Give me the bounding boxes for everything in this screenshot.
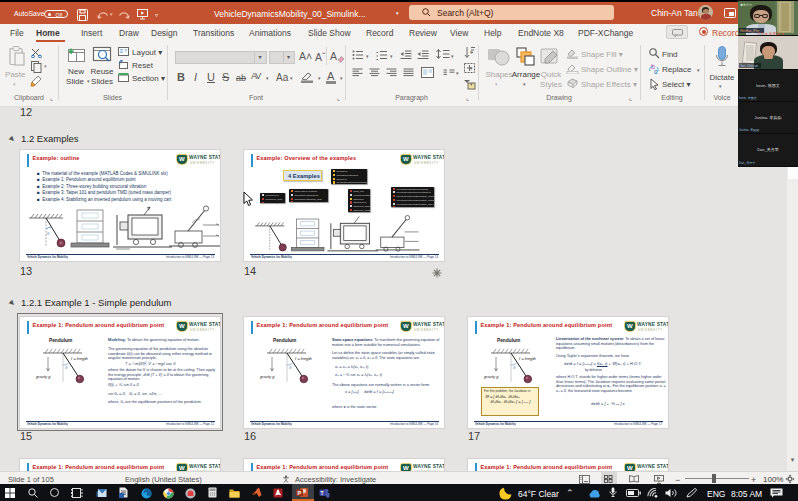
svg-text:θ: θ bbox=[513, 365, 516, 370]
svg-text:θ: θ bbox=[65, 365, 68, 370]
svg-text:ℓ = length: ℓ = length bbox=[294, 356, 313, 361]
svg-text:θ: θ bbox=[289, 365, 292, 370]
svg-text:gravity g: gravity g bbox=[260, 375, 275, 379]
svg-text:gravity g: gravity g bbox=[484, 375, 499, 379]
svg-text:Pendulum: Pendulum bbox=[497, 338, 520, 343]
svg-text:θ: θ bbox=[47, 231, 50, 236]
svg-text:Pendulum: Pendulum bbox=[273, 338, 296, 343]
svg-text:ℓ = length: ℓ = length bbox=[70, 356, 89, 361]
svg-text:Pendulum: Pendulum bbox=[49, 338, 72, 343]
svg-text:gravity g: gravity g bbox=[36, 375, 51, 379]
svg-text:P: P bbox=[297, 490, 301, 496]
svg-text:ℓ = length: ℓ = length bbox=[518, 356, 537, 361]
svg-text:T: T bbox=[321, 490, 324, 495]
